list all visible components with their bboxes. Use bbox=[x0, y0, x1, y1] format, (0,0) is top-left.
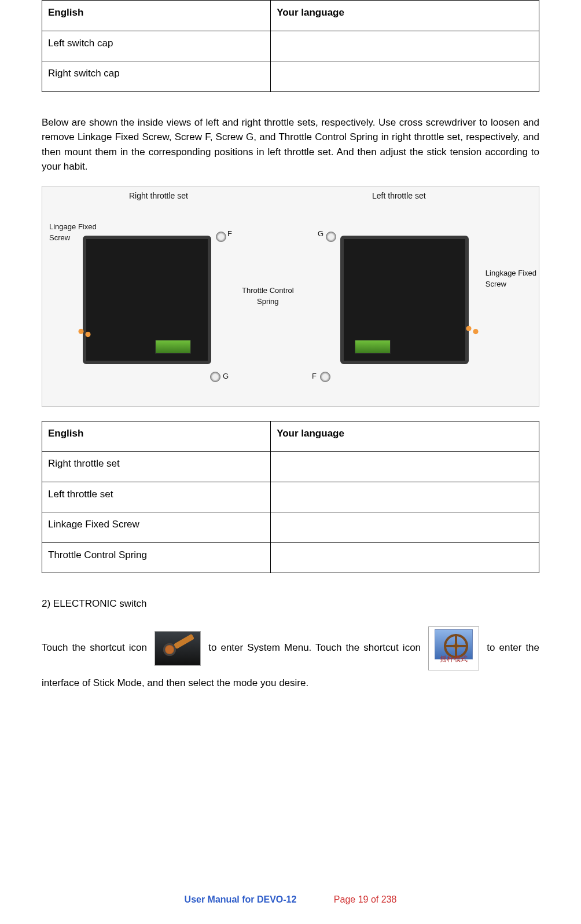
figure-letter-F: F bbox=[312, 371, 317, 382]
table-row: Right throttle set bbox=[42, 452, 539, 482]
table2-cell-blank bbox=[271, 452, 539, 482]
table2-cell: Right throttle set bbox=[42, 452, 271, 482]
table1-head-english: English bbox=[42, 1, 271, 31]
figure-label-linkage-right: Lingkage Fixed Screw bbox=[486, 267, 536, 290]
table1-head-yourlang: Your language bbox=[271, 1, 539, 31]
figure-throttle-sets: Right throttle set Left throttle set F G… bbox=[42, 186, 539, 407]
page-footer: User Manual for DEVO-12 Page 19 of 238 bbox=[0, 893, 581, 907]
figure-green-board-icon bbox=[355, 340, 391, 354]
table-row: Left switch cap bbox=[42, 31, 539, 61]
table1-cell: Left switch cap bbox=[42, 31, 271, 61]
table-row: Right switch cap bbox=[42, 61, 539, 92]
figure-letter-G: G bbox=[223, 371, 229, 382]
table1-cell-blank bbox=[271, 61, 539, 92]
p2-text-b: to enter System Menu. Touch the shortcut… bbox=[208, 642, 421, 653]
figure-label-spring: Throttle Control Spring bbox=[242, 285, 294, 307]
figure-label-left-set: Left throttle set bbox=[372, 190, 426, 202]
table2-cell-blank bbox=[271, 542, 539, 573]
table1-cell-blank bbox=[271, 31, 539, 61]
figure-wire-icon bbox=[462, 322, 485, 338]
table2-head-english: English bbox=[42, 421, 271, 452]
screw-g-icon bbox=[326, 232, 336, 242]
table2-head-yourlang: Your language bbox=[271, 421, 539, 452]
stick-mode-icon: 摇杆模式 bbox=[428, 626, 479, 670]
table2-cell: Linkage Fixed Screw bbox=[42, 512, 271, 543]
figure-right-gearbox-icon bbox=[83, 236, 211, 364]
figure-wire-icon bbox=[74, 325, 97, 340]
figure-letter-G: G bbox=[318, 228, 323, 240]
footer-title: User Manual for DEVO-12 bbox=[185, 894, 297, 904]
stick-mode-icon-label: 摇杆模式 bbox=[429, 650, 479, 668]
screw-f-icon bbox=[216, 232, 226, 242]
p2-text-a: Touch the shortcut icon bbox=[42, 642, 147, 653]
translation-table-2: English Your language Right throttle set… bbox=[42, 421, 539, 574]
paragraph-throttle-instructions: Below are shown the inside views of left… bbox=[42, 115, 539, 174]
table1-cell: Right switch cap bbox=[42, 61, 271, 92]
figure-letter-F: F bbox=[227, 228, 232, 240]
screw-g-icon bbox=[210, 372, 220, 382]
table2-cell: Left throttle set bbox=[42, 482, 271, 512]
footer-page: Page 19 of 238 bbox=[334, 894, 397, 904]
figure-green-board-icon bbox=[155, 340, 191, 354]
section-heading-electronic-switch: 2) ELECTRONIC switch bbox=[42, 596, 539, 611]
paragraph-shortcut-instructions: Touch the shortcut icon to enter System … bbox=[42, 626, 539, 696]
screw-f-icon bbox=[320, 372, 330, 382]
table-row: Left throttle set bbox=[42, 482, 539, 512]
table-row: Throttle Control Spring bbox=[42, 542, 539, 573]
table2-cell: Throttle Control Spring bbox=[42, 542, 271, 573]
table2-cell-blank bbox=[271, 482, 539, 512]
figure-label-linkage-left: Lingage Fixed Screw bbox=[49, 221, 97, 244]
table2-cell-blank bbox=[271, 512, 539, 543]
system-menu-icon bbox=[155, 631, 201, 666]
translation-table-1: English Your language Left switch cap Ri… bbox=[42, 0, 539, 92]
figure-label-right-set: Right throttle set bbox=[129, 190, 188, 202]
table-row: Linkage Fixed Screw bbox=[42, 512, 539, 543]
